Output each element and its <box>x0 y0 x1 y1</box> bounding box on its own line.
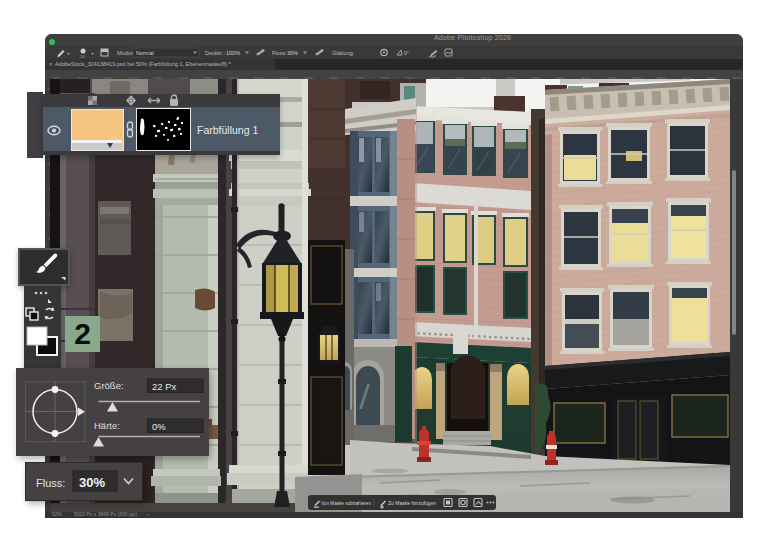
svg-text:Härte:: Härte: <box>94 420 120 431</box>
svg-text:Von Maske subtrahieren: Von Maske subtrahieren <box>321 499 371 506</box>
svg-text:Fluss:: Fluss: <box>36 477 65 489</box>
svg-text:Normal: Normal <box>136 50 154 56</box>
svg-text:Glättung:: Glättung: <box>332 50 355 56</box>
svg-text:0°: 0° <box>404 50 409 56</box>
svg-text:Größe:: Größe: <box>94 380 124 391</box>
svg-text:13: 13 <box>80 54 85 59</box>
svg-text:100%: 100% <box>226 50 240 56</box>
svg-text:30%: 30% <box>287 50 298 56</box>
svg-text:Fluss:: Fluss: <box>272 50 287 56</box>
svg-text:22 Px: 22 Px <box>152 381 177 392</box>
svg-text:Zu Maske hinzufügen: Zu Maske hinzufügen <box>388 499 436 506</box>
svg-text:30%: 30% <box>79 475 105 490</box>
svg-text:Deckkr.:: Deckkr.: <box>205 50 225 56</box>
svg-text:0%: 0% <box>152 421 166 432</box>
